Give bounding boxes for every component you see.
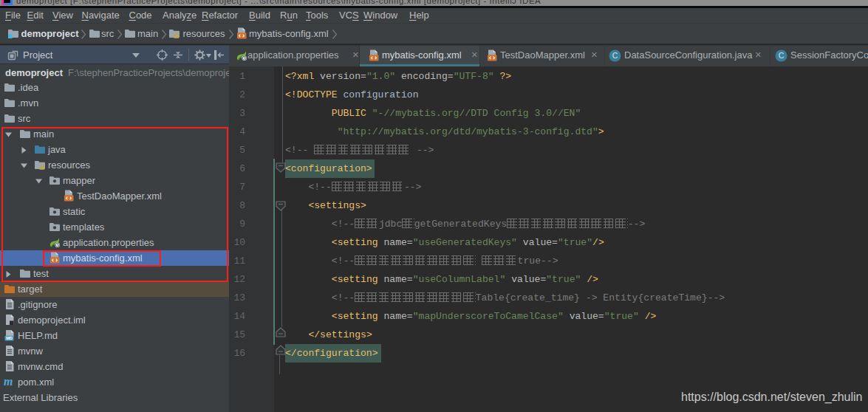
svg-text:C: C xyxy=(612,51,618,60)
svg-text:C: C xyxy=(779,51,785,60)
